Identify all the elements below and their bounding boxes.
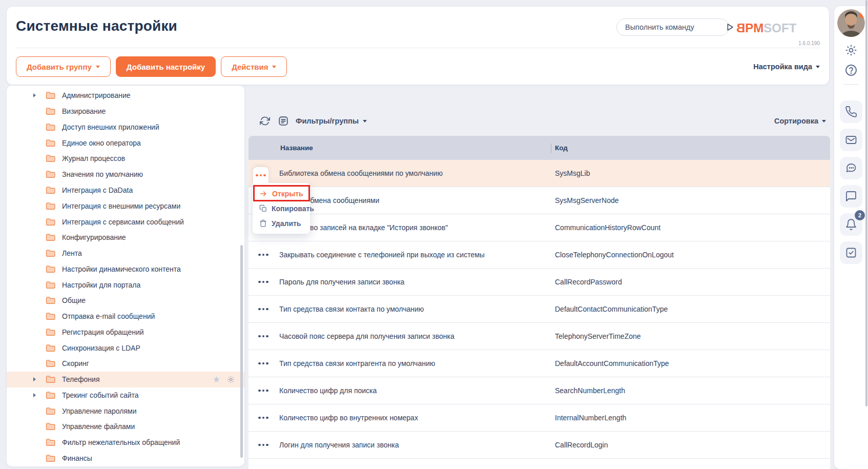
- expand-caret-icon[interactable]: [33, 393, 39, 397]
- row-actions-dots-icon[interactable]: [256, 305, 271, 314]
- expand-caret-icon[interactable]: [33, 93, 39, 97]
- row-actions-open-chip[interactable]: [253, 167, 268, 183]
- chats-button[interactable]: [840, 157, 862, 179]
- tree-item[interactable]: Общие ★: [7, 293, 244, 309]
- table-row[interactable]: Тип средства связи контрагента по умолча…: [249, 350, 830, 377]
- summary-list-icon[interactable]: [277, 115, 290, 127]
- row-actions-dots-icon[interactable]: [256, 386, 271, 395]
- tree-item[interactable]: Трекинг событий сайта ★: [7, 388, 244, 403]
- tree-item[interactable]: Регистрация обращений ★: [7, 324, 244, 340]
- table-row[interactable]: Часовой пояс сервера для получения запис…: [249, 323, 830, 350]
- table-row[interactable]: [249, 459, 830, 469]
- row-actions-dots-icon[interactable]: [256, 441, 271, 450]
- tree-item[interactable]: Значения по умолчанию ★: [7, 167, 244, 182]
- table-row[interactable]: Тип средства связи контакта по умолчанию…: [249, 296, 830, 323]
- folder-icon: [46, 296, 55, 304]
- folder-icon: [46, 186, 55, 194]
- run-command-button[interactable]: [725, 19, 734, 35]
- row-actions-dots-icon[interactable]: [256, 332, 271, 341]
- tree-item[interactable]: Управление паролями ★: [7, 403, 244, 419]
- gear-icon[interactable]: [844, 43, 858, 57]
- setting-name-cell: Часовой пояс сервера для получения запис…: [279, 332, 551, 340]
- tree-item[interactable]: Доступ внешних приложений ★: [7, 119, 244, 135]
- tree-item[interactable]: Единое окно оператора ★: [7, 135, 244, 151]
- table-row[interactable]: Библиотека обмена сообщениями по умолчан…: [249, 160, 830, 187]
- arrow-right-icon: [259, 190, 267, 198]
- tasks-button[interactable]: [840, 241, 862, 264]
- tree-item[interactable]: Интеграция с сервисами сообщений ★: [7, 214, 244, 230]
- tree-item[interactable]: Финансы ★: [7, 451, 244, 466]
- window-scrollbar-thumb[interactable]: [865, 0, 867, 406]
- tree-item-label: Конфигурирование: [62, 233, 126, 241]
- row-actions-dots-icon[interactable]: [256, 359, 271, 368]
- folder-icon: [46, 170, 55, 178]
- tree-item[interactable]: Интеграция с внешними ресурсами ★: [7, 198, 244, 214]
- row-actions-dots-icon[interactable]: [256, 251, 271, 259]
- tree-item[interactable]: Синхронизация с LDAP ★: [7, 340, 244, 356]
- email-button[interactable]: [840, 129, 862, 151]
- phone-button[interactable]: [840, 100, 862, 123]
- table-row[interactable]: Закрывать соединение с телефонией при вы…: [249, 241, 830, 269]
- column-header-name[interactable]: Название: [279, 144, 551, 152]
- tree-item[interactable]: Журнал процессов ★: [7, 151, 244, 167]
- table-row[interactable]: Количество цифр для поиска SearchNumberL…: [249, 377, 830, 404]
- sort-button[interactable]: Сортировка: [774, 117, 826, 125]
- view-settings-button[interactable]: Настройка вида: [753, 63, 820, 71]
- row-actions-dots-icon[interactable]: [256, 414, 271, 422]
- row-actions-dots-icon[interactable]: [256, 174, 266, 177]
- tree-item[interactable]: Конфигурирование ★: [7, 230, 244, 246]
- trash-icon: [259, 219, 267, 227]
- tree-item-label: Скоринг: [62, 359, 89, 368]
- context-menu-copy[interactable]: Копировать: [253, 201, 310, 216]
- table-row[interactable]: Сервер обмена сообщениями SysMsgServerNo…: [249, 187, 830, 214]
- column-header-code[interactable]: Код: [551, 144, 830, 152]
- tree-item[interactable]: Настройки динамического контента ★: [7, 261, 244, 277]
- context-menu-delete[interactable]: Удалить: [253, 216, 310, 231]
- chevron-down-icon: [363, 120, 367, 123]
- comments-button[interactable]: [840, 185, 862, 208]
- page-title: Системные настройки: [16, 18, 177, 34]
- folder-icon: [46, 202, 55, 210]
- user-avatar[interactable]: [837, 9, 865, 37]
- tree-scrollbar-thumb[interactable]: [240, 245, 243, 458]
- tree-item[interactable]: Лента ★: [7, 246, 244, 261]
- expand-caret-icon[interactable]: [33, 377, 39, 381]
- filters-groups-button[interactable]: Фильтры/группы: [296, 117, 367, 125]
- tree-item[interactable]: Телефония ★: [7, 372, 244, 388]
- command-input[interactable]: [617, 23, 725, 31]
- help-icon[interactable]: [844, 63, 858, 77]
- add-setting-button[interactable]: Добавить настройку: [116, 56, 216, 77]
- row-context-menu: Открыть Копировать Удалить: [253, 183, 310, 234]
- context-menu-open[interactable]: Открыть: [253, 186, 310, 201]
- refresh-icon[interactable]: [259, 115, 271, 127]
- chevron-down-icon: [96, 66, 100, 68]
- table-row[interactable]: Количество записей на вкладке "История з…: [249, 214, 830, 241]
- add-group-button[interactable]: Добавить группу: [16, 56, 111, 77]
- tree-item[interactable]: Скоринг ★: [7, 356, 244, 372]
- setting-code-cell: TelephonyServerTimeZone: [551, 332, 830, 340]
- setting-name-cell: Количество записей на вкладке "История з…: [279, 223, 551, 232]
- table-row[interactable]: Количество цифр во внутренних номерах In…: [249, 404, 830, 432]
- folder-icon: [46, 438, 55, 446]
- setting-name-cell: Библиотека обмена сообщениями по умолчан…: [279, 169, 551, 177]
- table-row[interactable]: Пароль для получения записи звонка CallR…: [249, 269, 830, 296]
- tree-item[interactable]: Управление файлами ★: [7, 419, 244, 435]
- folder-icon: [46, 281, 55, 289]
- group-settings-gear-icon[interactable]: [227, 376, 235, 383]
- version-label: 1.6.0.190: [798, 40, 820, 46]
- command-bar: [616, 18, 729, 36]
- row-actions-dots-icon[interactable]: [256, 278, 271, 287]
- table-row[interactable]: Логин для получения записи звонка CallRe…: [249, 432, 830, 459]
- actions-button[interactable]: Действия: [221, 56, 287, 77]
- tree-item[interactable]: Фильтр нежелательных обращений ★: [7, 435, 244, 451]
- tree-item[interactable]: Интеграция с DaData ★: [7, 182, 244, 198]
- tree-item[interactable]: Администрирование ★: [7, 88, 244, 104]
- tree-item[interactable]: Визирование ★: [7, 104, 244, 119]
- tree-item[interactable]: Настройки для портала ★: [7, 277, 244, 293]
- setting-code-cell: SysMsgServerNode: [551, 196, 830, 205]
- bpmsoft-logo: BPMSOFT: [736, 21, 796, 35]
- favorite-star-icon[interactable]: ★: [213, 375, 220, 384]
- folder-icon: [46, 359, 55, 368]
- settings-table: Название Код Библиотека обмена сообщения…: [249, 136, 830, 469]
- tree-item[interactable]: Отправка e-mail сообщений ★: [7, 309, 244, 324]
